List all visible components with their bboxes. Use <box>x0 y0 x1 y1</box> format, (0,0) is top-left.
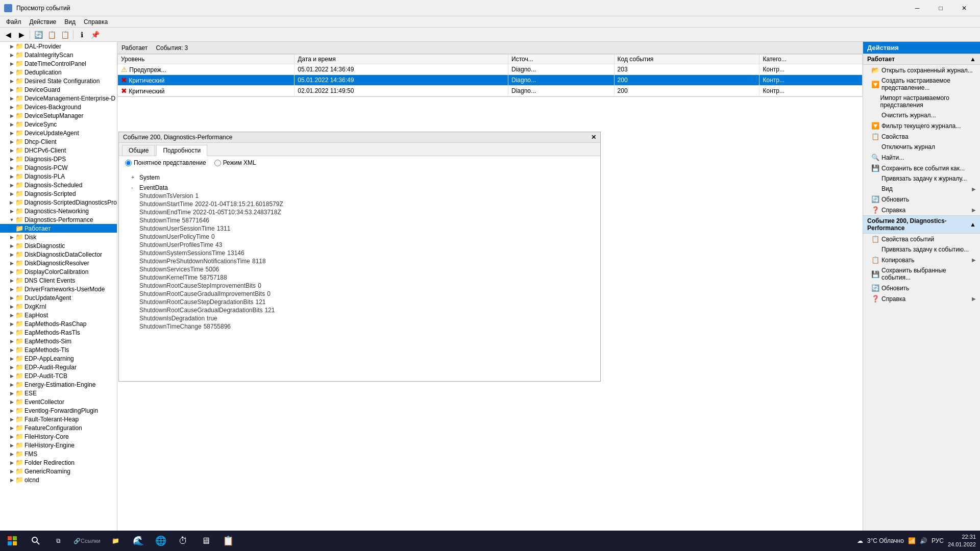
actions-section-event200[interactable]: Событие 200, Diagnostics-Performance ▲ <box>863 215 980 234</box>
action-help[interactable]: ❓ Справка ▶ <box>863 205 980 215</box>
sidebar-item-devsetup[interactable]: ▶ 📁 DeviceSetupManager <box>0 111 117 120</box>
sidebar-item-dns[interactable]: ▶ 📁 DNS Client Events <box>0 276 117 285</box>
tab-general[interactable]: Общие <box>122 145 155 156</box>
sidebar-item-diskdiagresolver[interactable]: ▶ 📁 DiskDiagnosticResolver <box>0 259 117 267</box>
col-source[interactable]: Источ... <box>508 55 615 64</box>
radio-friendly-input[interactable] <box>125 160 132 166</box>
taskbar-vscode[interactable]: 🖥 <box>194 531 217 551</box>
sidebar-item-disk[interactable]: ▶ 📁 Disk <box>0 233 117 241</box>
action-attach-task[interactable]: Привязать задачу к журналу... <box>863 173 980 184</box>
action-find[interactable]: 🔍 Найти... <box>863 152 980 163</box>
radio-xml[interactable]: Режим XML <box>214 159 256 166</box>
sidebar-item-eaphost[interactable]: ▶ 📁 EapHost <box>0 311 117 319</box>
sidebar-item-diskdiagcollector[interactable]: ▶ 📁 DiskDiagnosticDataCollector <box>0 250 117 259</box>
sidebar-item-edpaudit[interactable]: ▶ 📁 EDP-Audit-Regular <box>0 363 117 371</box>
sidebar-item-datetimecontrol[interactable]: ▶ 📁 DateTimeControlPanel <box>0 59 117 68</box>
toolbar-back[interactable]: ◀ <box>2 29 14 40</box>
taskbar-search[interactable] <box>24 531 47 551</box>
col-category[interactable]: Катего... <box>760 55 863 64</box>
sidebar-item-edptcb[interactable]: ▶ 📁 EDP-Audit-TCB <box>0 371 117 380</box>
col-level[interactable]: Уровень <box>118 55 295 64</box>
start-button[interactable] <box>0 531 24 551</box>
maximize-button[interactable]: □ <box>929 0 952 16</box>
taskbar-clock[interactable]: 22:31 24.01.2022 <box>948 533 976 549</box>
table-row[interactable]: ⚠ Предупреж... 05.01.2022 14:36:49 Diagn… <box>118 64 863 75</box>
sidebar-item-deviceguard[interactable]: ▶ 📁 DeviceGuard <box>0 85 117 94</box>
taskbar-links[interactable]: 🔗 Ссылки <box>69 531 105 551</box>
toolbar-info[interactable]: ℹ <box>76 29 88 40</box>
detail-close-button[interactable]: ✕ <box>591 134 596 141</box>
sidebar-item-diagsched[interactable]: ▶ 📁 Diagnosis-Scheduled <box>0 181 117 189</box>
actions-section-rabotaet[interactable]: Работает ▲ <box>863 54 980 65</box>
action-refresh[interactable]: 🔄 Обновить <box>863 194 980 205</box>
sidebar-item-diagscripted[interactable]: ▶ 📁 Diagnosis-Scripted <box>0 189 117 198</box>
sidebar-item-dsc[interactable]: ▶ 📁 Desired State Configuration <box>0 77 117 85</box>
action-save-all[interactable]: 💾 Сохранить все события как... <box>863 163 980 173</box>
sidebar-item-eventcoll[interactable]: ▶ 📁 EventCollector <box>0 397 117 406</box>
sidebar-item-dhcpv6[interactable]: ▶ 📁 DHCPv6-Client <box>0 146 117 155</box>
sidebar-item-eapras[interactable]: ▶ 📁 EapMethods-RasChap <box>0 319 117 328</box>
action-import-view[interactable]: Импорт настраиваемого представления <box>863 93 980 110</box>
action-clear-log[interactable]: Очистить журнал... <box>863 110 980 120</box>
radio-xml-input[interactable] <box>214 160 221 166</box>
sidebar-item-diagscriptedpro[interactable]: ▶ 📁 Diagnosis-ScriptedDiagnosticsPro <box>0 198 117 207</box>
action-filter[interactable]: 🔽 Фильтр текущего журнала... <box>863 120 980 131</box>
sidebar-item-diagdps[interactable]: ▶ 📁 Diagnosis-DPS <box>0 155 117 163</box>
sidebar-item-fms[interactable]: ▶ 📁 FMS <box>0 449 117 458</box>
taskbar-explorer[interactable]: 📁 <box>105 531 127 551</box>
sidebar-item-olcnd[interactable]: ▶ 📁 olcnd <box>0 475 117 484</box>
taskbar-chrome[interactable]: 🌐 <box>150 531 172 551</box>
sidebar-item-ese[interactable]: ▶ 📁 ESE <box>0 389 117 397</box>
action-properties[interactable]: 📋 Свойства <box>863 131 980 142</box>
sidebar-item-fault[interactable]: ▶ 📁 Fault-Tolerant-Heap <box>0 415 117 423</box>
col-datetime[interactable]: Дата и время <box>295 55 508 64</box>
sidebar-item-dhcpclient[interactable]: ▶ 📁 Dhcp-Client <box>0 137 117 146</box>
action-refresh2[interactable]: 🔄 Обновить <box>863 283 980 293</box>
sidebar-item-eventfwd[interactable]: ▶ 📁 Eventlog-ForwardingPlugin <box>0 406 117 415</box>
toolbar-forward[interactable]: ▶ <box>15 29 28 40</box>
action-help2[interactable]: ❓ Справка ▶ <box>863 293 980 304</box>
sidebar-item-genericrm[interactable]: ▶ 📁 GenericRoaming <box>0 467 117 475</box>
sidebar-item-eapsim[interactable]: ▶ 📁 EapMethods-Sim <box>0 337 117 345</box>
radio-friendly[interactable]: Понятное представление <box>125 159 206 166</box>
sidebar-item-energy[interactable]: ▶ 📁 Energy-Estimation-Engine <box>0 380 117 389</box>
menu-view[interactable]: Вид <box>60 17 80 27</box>
action-view[interactable]: Вид ▶ <box>863 184 980 194</box>
taskbar-steam[interactable]: 🌊 <box>127 531 150 551</box>
sidebar-item-devmgmt[interactable]: ▶ 📁 DeviceManagement-Enterprise-D <box>0 94 117 103</box>
sidebar-item-featureconfig[interactable]: ▶ 📁 FeatureConfiguration <box>0 423 117 432</box>
col-code[interactable]: Код события <box>614 55 760 64</box>
action-disable-log[interactable]: Отключить журнал <box>863 142 980 152</box>
sidebar-item-devupdateagent[interactable]: ▶ 📁 DeviceUpdateAgent <box>0 129 117 137</box>
sidebar-item-filehisteng[interactable]: ▶ 📁 FileHistory-Engine <box>0 441 117 449</box>
table-row[interactable]: ✖ Критический 05.01.2022 14:36:49 Diagno… <box>118 75 863 86</box>
action-attach-event-task[interactable]: Привязать задачу к событию... <box>863 244 980 255</box>
menu-file[interactable]: Файл <box>2 17 26 27</box>
action-open-log[interactable]: 📂 Открыть сохраненный журнал... <box>863 65 980 76</box>
sidebar-item-devsync[interactable]: ▶ 📁 DeviceSync <box>0 120 117 129</box>
taskbar-app7[interactable]: 📋 <box>217 531 239 551</box>
menu-help[interactable]: Справка <box>80 17 112 27</box>
sidebar-item-dataintegriy[interactable]: ▶ 📁 DataIntegrityScan <box>0 51 117 59</box>
sidebar-item-dxgkrnl[interactable]: ▶ 📁 DxgKrnl <box>0 302 117 311</box>
sidebar-item-deduplication[interactable]: ▶ 📁 Deduplication <box>0 68 117 77</box>
menu-action[interactable]: Действие <box>26 17 61 27</box>
sidebar-item-ducupdate[interactable]: ▶ 📁 DucUpdateAgent <box>0 293 117 302</box>
sidebar-item-eaptls[interactable]: ▶ 📁 EapMethods-Tls <box>0 345 117 354</box>
action-save-selected[interactable]: 💾 Сохранить выбранные события... <box>863 265 980 283</box>
table-row[interactable]: ✖ Критический 02.01.2022 11:49:50 Diagno… <box>118 86 863 96</box>
action-event-props[interactable]: 📋 Свойства событий <box>863 234 980 244</box>
eventdata-expand-icon[interactable]: - <box>131 184 137 190</box>
toolbar-refresh[interactable]: 🔄 <box>32 29 44 40</box>
sidebar-item-driverfw[interactable]: ▶ 📁 DriverFrameworks-UserMode <box>0 285 117 293</box>
eventdata-node[interactable]: - EventData <box>131 184 588 192</box>
system-expand-icon[interactable]: + <box>131 174 137 180</box>
toolbar-copy[interactable]: 📋 <box>45 29 58 40</box>
toolbar-paste[interactable]: 📋 <box>59 29 71 40</box>
sidebar-item-rabotaet[interactable]: 📁 Работает <box>0 224 117 233</box>
sidebar-item-dal-provider[interactable]: ▶ 📁 DAL-Provider <box>0 42 117 51</box>
toolbar-pin[interactable]: 📌 <box>89 29 101 40</box>
sidebar-item-diagnet[interactable]: ▶ 📁 Diagnostics-Networking <box>0 207 117 215</box>
system-node[interactable]: + System <box>131 173 588 182</box>
tab-details[interactable]: Подробности <box>156 145 207 156</box>
